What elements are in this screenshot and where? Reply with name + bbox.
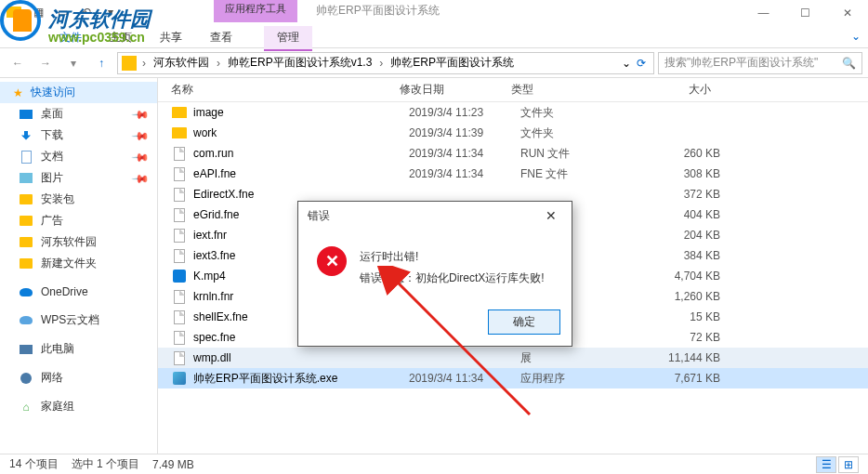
sidebar-thispc[interactable]: 此电脑 [0,338,157,360]
document-icon [21,151,32,164]
bc-item-0[interactable]: 河东软件园 [151,55,211,71]
sidebar-item-hedong[interactable]: 河东软件园 [0,231,157,253]
network-icon [20,373,32,384]
sidebar-item-newfolder[interactable]: 新建文件夹 [0,253,157,274]
sidebar-item-desktop[interactable]: 桌面📌 [0,103,157,125]
file-size: 204 KB [627,229,748,242]
window-controls: ― ☐ ✕ [743,0,868,26]
minimize-button[interactable]: ― [743,0,784,26]
search-input[interactable]: 搜索"帅乾ERP平面图设计系统" 🔍 [658,52,862,74]
file-type: FNE 文件 [520,166,627,182]
ok-button[interactable]: 确定 [488,309,560,335]
tab-manage[interactable]: 管理 [264,26,312,51]
history-dropdown-icon[interactable]: ⌄ [622,57,631,70]
file-date: 2019/3/4 11:34 [409,167,520,180]
file-type: 展 [520,350,627,366]
col-date[interactable]: 修改日期 [400,82,511,98]
chevron-right-icon[interactable]: › [375,57,387,70]
qat-undo-icon[interactable]: ↶ [76,2,97,22]
file-row[interactable]: eAPI.fne2019/3/4 11:34FNE 文件308 KB [158,164,868,184]
nav-pane: ★快速访问 桌面📌 下载📌 文档📌 图片📌 安装包 广告 河东软件园 新建文件夹… [0,78,158,454]
file-icon [171,227,188,244]
file-size: 72 KB [627,331,748,344]
dialog-titlebar[interactable]: 错误 ✕ [298,202,572,230]
sidebar-item-install[interactable]: 安装包 [0,189,157,210]
tab-file[interactable]: 文件 [46,26,95,51]
error-icon: ✕ [317,246,347,276]
sidebar-wps[interactable]: WPS云文档 [0,309,157,331]
tab-home[interactable]: 主页 [97,26,145,51]
file-size: 384 KB [627,249,748,262]
sidebar-item-ads[interactable]: 广告 [0,210,157,231]
titlebar: ▦ ▭ ↶ ▾ 应用程序工具 帅乾ERP平面图设计系统 ― ☐ ✕ 文件 主页 … [0,0,868,48]
recent-dropdown[interactable]: ▾ [61,51,85,75]
bc-item-1[interactable]: 帅乾ERP平面图设计系统v1.3 [226,55,374,71]
breadcrumb[interactable]: › 河东软件园 › 帅乾ERP平面图设计系统v1.3 › 帅乾ERP平面图设计系… [117,52,654,74]
file-date: 2019/3/4 11:23 [409,106,520,119]
chevron-right-icon[interactable]: › [138,57,150,70]
dialog-close-button[interactable]: ✕ [540,206,562,225]
file-date: 2019/3/4 11:34 [409,147,520,160]
file-icon [171,165,188,182]
chevron-right-icon[interactable]: › [213,57,224,70]
col-type[interactable]: 类型 [511,82,618,98]
tab-share[interactable]: 共享 [147,26,195,51]
search-icon[interactable]: 🔍 [842,57,856,70]
sidebar-quick-access[interactable]: ★快速访问 [0,82,157,103]
qat-dropdown-icon[interactable]: ▾ [100,2,121,22]
folder-icon [20,258,33,269]
file-row[interactable]: 帅乾ERP平面图设计系统.exe2019/3/4 11:34应用程序7,671 … [158,368,868,388]
sidebar-network[interactable]: 网络 [0,367,157,388]
status-size: 7.49 MB [152,458,194,471]
file-icon [171,247,188,264]
file-type: 应用程序 [520,371,627,387]
col-name[interactable]: 名称 [158,82,400,98]
file-name: work [193,126,409,139]
sidebar-onedrive[interactable]: OneDrive [0,282,157,302]
sidebar-homegroup[interactable]: ⌂家庭组 [0,396,157,417]
properties-icon[interactable]: ▦ [28,2,48,22]
ribbon-tabs: 文件 主页 共享 查看 管理 ⌄ [46,26,312,51]
status-bar: 14 个项目 选中 1 个项目 7.49 MB ☰ ⊞ [0,454,868,474]
maximize-button[interactable]: ☐ [784,0,826,26]
error-dialog: 错误 ✕ ✕ 运行时出错! 错误信息：初始化DirectX运行库失败! 确定 [297,201,572,347]
file-icon [171,186,188,203]
video-icon [171,268,188,284]
file-size: 7,671 KB [627,372,748,385]
sidebar-item-documents[interactable]: 文档📌 [0,146,157,167]
file-size: 308 KB [627,167,748,180]
folder-icon [20,237,33,247]
file-name: eAPI.fne [193,167,409,180]
ribbon-expand-icon[interactable]: ⌄ [851,30,861,43]
up-button[interactable]: ↑ [89,51,113,75]
pin-icon: 📌 [131,104,151,124]
back-button[interactable]: ← [6,51,30,75]
column-headers: 名称 修改日期 类型 大小 [158,78,868,102]
file-row[interactable]: work2019/3/4 11:39文件夹 [158,123,868,143]
file-row[interactable]: com.run2019/3/4 11:34RUN 文件260 KB [158,143,868,164]
cloud-icon [20,288,33,296]
folder-icon [20,216,33,226]
view-details-button[interactable]: ☰ [816,456,836,473]
sidebar-item-downloads[interactable]: 下载📌 [0,125,157,146]
qat-open-icon[interactable]: ▭ [52,2,72,22]
file-row[interactable]: image2019/3/4 11:23文件夹 [158,102,868,123]
file-type: 文件夹 [520,105,627,121]
close-button[interactable]: ✕ [826,0,868,26]
view-thumbs-button[interactable]: ⊞ [838,456,859,473]
bc-item-2[interactable]: 帅乾ERP平面图设计系统 [388,55,516,71]
quick-access-toolbar: ▦ ▭ ↶ ▾ [4,2,121,22]
tab-view[interactable]: 查看 [197,26,245,51]
wps-icon [20,316,33,324]
file-icon [171,288,188,305]
file-date: 2019/3/4 11:34 [409,372,520,385]
contextual-tab-group: 应用程序工具 [214,0,297,22]
pin-icon: 📌 [131,147,151,166]
sidebar-item-pictures[interactable]: 图片📌 [0,167,157,189]
col-size[interactable]: 大小 [618,82,739,98]
file-row[interactable]: wmp.dll展11,144 KB [158,348,868,368]
file-name: com.run [193,147,409,160]
forward-button[interactable]: → [33,51,58,75]
refresh-icon[interactable]: ⟳ [637,57,646,70]
file-icon [171,206,188,223]
